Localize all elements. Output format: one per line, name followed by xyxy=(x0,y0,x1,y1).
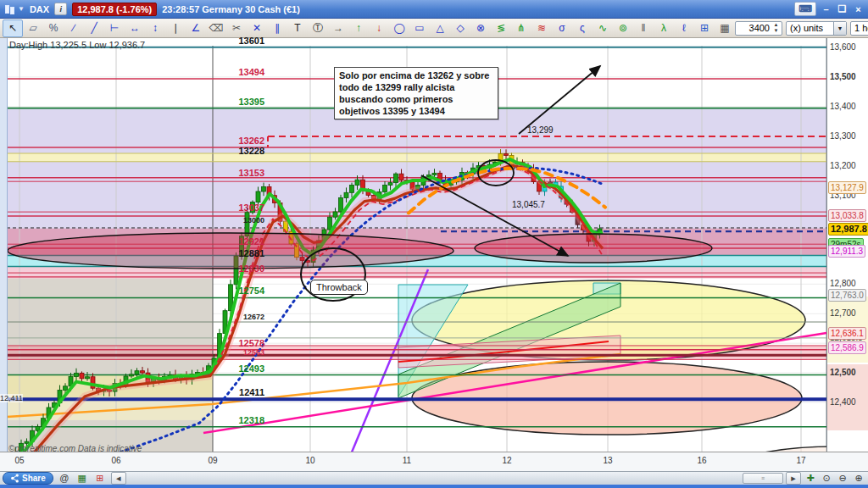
axis-tick-12,700: 12,700 xyxy=(830,308,856,318)
price-change-badge: 12,987.8 (-1.76%) xyxy=(72,3,157,16)
channel-tool-icon[interactable]: ≶ xyxy=(491,19,511,37)
h-line-tool-icon[interactable]: ↔ xyxy=(125,19,145,37)
price-label-13601: 13601 xyxy=(212,36,264,46)
spiral-tool-icon[interactable]: ⊚ xyxy=(613,19,633,37)
segment-tool-icon[interactable]: ∕ xyxy=(64,19,84,37)
share-icon xyxy=(10,474,19,483)
diamond-tool-icon[interactable]: ◇ xyxy=(450,19,470,37)
price-label-12318: 12318 xyxy=(212,415,264,425)
trend-tool-icon[interactable]: ≋ xyxy=(531,19,552,37)
time-axis[interactable]: 050609101112131617 xyxy=(0,452,868,471)
cursor-tool-icon[interactable]: ↖ xyxy=(3,19,23,37)
grid-box-tool-icon[interactable]: ⊞ xyxy=(694,19,715,37)
bars-count-spinner[interactable]: 3400 ▲▼ xyxy=(735,21,782,36)
fan-tool-icon[interactable]: λ xyxy=(654,19,674,37)
share-label: Share xyxy=(22,474,46,483)
candle xyxy=(130,374,134,376)
timeframe-select[interactable]: 1 hour ▼ xyxy=(850,21,868,36)
scroll-right-icon[interactable]: ▸ xyxy=(786,472,801,485)
title-bar: ▼ DAX i 12,987.8 (-1.76%) 23:28:57 Germa… xyxy=(0,0,868,19)
angle-tool-icon[interactable]: ∠ xyxy=(186,19,206,37)
columns-icon[interactable]: ⊞ xyxy=(93,473,107,484)
candle xyxy=(383,185,387,191)
axis-value-badge-13,127.9: 13,127.9 xyxy=(828,181,866,194)
spinner-arrows-icon[interactable]: ▲▼ xyxy=(771,22,781,35)
v-segment-tool-icon[interactable]: ↕ xyxy=(145,19,165,37)
settings-icon[interactable]: ✚ xyxy=(804,473,817,484)
restore-button[interactable]: ❏ xyxy=(836,3,849,15)
close-button[interactable]: × xyxy=(852,3,865,15)
ellipse-tool-icon[interactable]: ◯ xyxy=(389,19,409,37)
instrument-icon xyxy=(3,3,14,14)
sine-tool-icon[interactable]: ∿ xyxy=(593,19,613,37)
measure-tool-icon[interactable]: ▱ xyxy=(23,19,43,37)
axis-tick-12,400: 12,400 xyxy=(830,397,856,407)
h-segment-tool-icon[interactable]: ⊢ xyxy=(104,19,125,37)
price-zone-band xyxy=(7,153,826,162)
angle-line-tool-icon[interactable]: ℓ xyxy=(674,19,694,37)
price-axis[interactable]: 13,60013,50013,40013,30013,20013,10012,8… xyxy=(826,38,868,452)
parallel-lines-tool-icon[interactable]: ∥ xyxy=(267,19,287,37)
curve-tool-icon[interactable]: ς xyxy=(572,19,593,37)
candle xyxy=(399,174,403,180)
zoom-out-icon[interactable]: ⊖ xyxy=(836,473,849,484)
percent-tool-icon[interactable]: % xyxy=(43,19,64,37)
share-button[interactable]: Share xyxy=(3,472,53,485)
scroll-left-icon[interactable]: ◂ xyxy=(111,472,126,485)
delete-tool-icon[interactable]: ⌫ xyxy=(206,19,226,37)
candle xyxy=(75,373,79,376)
candle xyxy=(388,183,392,186)
pitchfork-tool-icon[interactable]: ⋔ xyxy=(511,19,531,37)
minimize-button[interactable]: – xyxy=(820,3,832,15)
candle xyxy=(262,186,266,191)
table-view-icon[interactable]: ▦ xyxy=(75,473,89,484)
time-label-16: 16 xyxy=(697,456,706,465)
keyboard-icon[interactable]: ⌨ xyxy=(794,2,816,16)
zoom-fit-icon[interactable]: ⊙ xyxy=(820,473,833,484)
session-info: 23:28:57 Germany 30 Cash (€1) xyxy=(162,4,300,14)
candle xyxy=(80,373,84,378)
candle xyxy=(350,186,354,193)
arrow-right-tool-icon[interactable]: → xyxy=(328,19,348,37)
zoom-in-icon[interactable]: ⊕ xyxy=(852,473,865,484)
instrument-dropdown-caret[interactable]: ▼ xyxy=(18,5,25,13)
gann-grid-tool-icon[interactable]: ‖ xyxy=(633,19,654,37)
alert-icon[interactable]: @ xyxy=(58,473,71,484)
analysis-annotation[interactable]: Solo por encima de 13262 y sobre todo de… xyxy=(334,67,498,119)
units-select[interactable]: (x) units ▼ xyxy=(786,21,847,36)
line-tool-icon[interactable]: ╱ xyxy=(84,19,104,37)
cross-lines-tool-icon[interactable]: ✕ xyxy=(247,19,267,37)
window-frame-bottom xyxy=(0,485,868,488)
triangle-tool-icon[interactable]: △ xyxy=(430,19,450,37)
candle xyxy=(328,217,332,230)
v-line-tool-icon[interactable]: ∣ xyxy=(165,19,186,37)
left-frame xyxy=(0,38,8,452)
candle xyxy=(333,212,337,217)
comment-tool-icon[interactable]: Ⓣ xyxy=(308,19,328,37)
object-tools-icon[interactable]: ✂ xyxy=(226,19,247,37)
time-label-17: 17 xyxy=(796,456,805,465)
throwback-label[interactable]: Throwback xyxy=(310,280,368,295)
arrow-down-tool-icon[interactable]: ↓ xyxy=(369,19,389,37)
price-label-13494: 13494 xyxy=(212,67,264,77)
units-value: (x) units xyxy=(787,23,833,33)
time-scrollbar-thumb[interactable]: ≡ xyxy=(743,473,783,484)
stddev-tool-icon[interactable]: σ xyxy=(552,19,572,37)
axis-value-badge-12,586.9: 12,586.9 xyxy=(828,341,866,354)
snapshot-tool-icon[interactable]: ▦ xyxy=(715,19,735,37)
rectangle-tool-icon[interactable]: ▭ xyxy=(409,19,430,37)
text-tool-icon[interactable]: T xyxy=(287,19,308,37)
price-label-13000: 13000 xyxy=(212,215,264,225)
tool-icon-strip: ↖▱%∕╱⊢↔↕∣∠⌫✂✕∥TⓉ→↑↓◯▭△◇⊗≶⋔≋σς∿⊚‖λℓ⊞▦ xyxy=(3,19,735,37)
arrow-up-tool-icon[interactable]: ↑ xyxy=(348,19,369,37)
crossed-box-tool-icon[interactable]: ⊗ xyxy=(470,19,491,37)
price-label-12881: 12881 xyxy=(212,248,264,258)
drawing-toolbar: ↖▱%∕╱⊢↔↕∣∠⌫✂✕∥TⓉ→↑↓◯▭△◇⊗≶⋔≋σς∿⊚‖λℓ⊞▦ 340… xyxy=(0,19,868,38)
price-label-13395: 13395 xyxy=(212,97,264,107)
chart-area[interactable]: Day:High 13,225.5 Low 12,936.7 136011349… xyxy=(0,38,868,452)
axis-value-badge-12,636.1: 12,636.1 xyxy=(828,327,866,340)
info-icon[interactable]: i xyxy=(54,3,67,15)
axis-tick-12,800: 12,800 xyxy=(830,279,856,288)
price-label-13037: 13037 xyxy=(212,202,264,213)
candle xyxy=(432,173,437,175)
